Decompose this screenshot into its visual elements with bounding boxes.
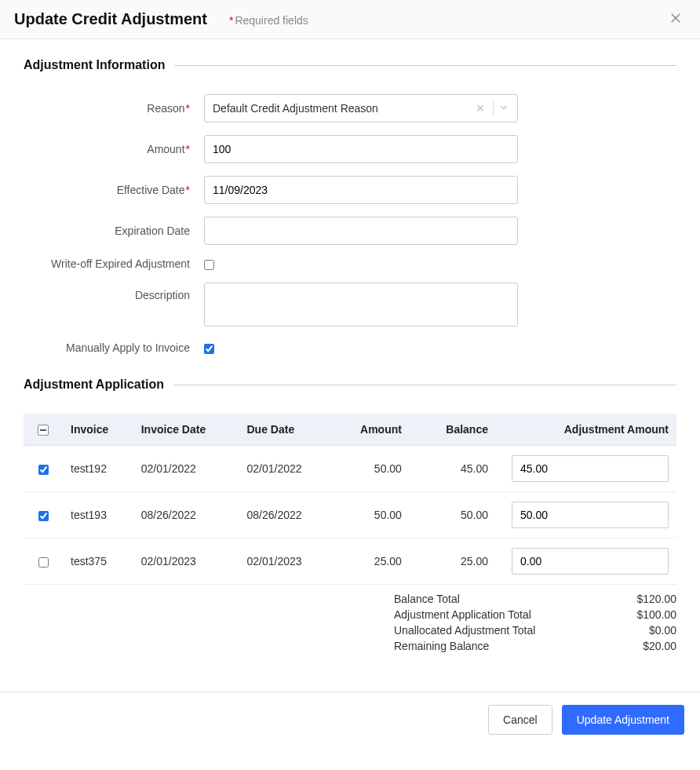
reason-label: Reason* xyxy=(24,102,204,115)
remaining-balance-label: Remaining Balance xyxy=(355,640,590,652)
manual-apply-label: Manually Apply to Invoice xyxy=(24,341,204,354)
amount-cell: 50.00 xyxy=(332,446,417,492)
invoice-cell: test375 xyxy=(63,538,133,585)
effective-date-input[interactable] xyxy=(204,176,518,204)
effective-date-label: Effective Date* xyxy=(24,184,204,196)
due-date-cell: 08/26/2022 xyxy=(239,492,331,538)
section-title-adjustment-info: Adjustment Information xyxy=(24,58,165,72)
adjustment-application-section: Adjustment Application Invoice Invoice D… xyxy=(24,378,676,652)
description-textarea[interactable] xyxy=(204,283,518,327)
row-checkbox[interactable] xyxy=(38,557,49,567)
amount-cell: 50.00 xyxy=(332,492,417,538)
due-date-cell: 02/01/2022 xyxy=(239,446,331,492)
adjustment-application-total-label: Adjustment Application Total xyxy=(355,608,590,621)
adjustment-amount-input[interactable] xyxy=(512,502,669,528)
table-row: test19202/01/202202/01/202250.0045.00 xyxy=(24,446,676,492)
invoice-date-cell: 02/01/2022 xyxy=(133,446,239,492)
modal-header: Update Credit Adjustment *Required field… xyxy=(0,0,700,39)
totals-block: Balance Total $120.00 Adjustment Applica… xyxy=(24,593,676,652)
expiration-date-input[interactable] xyxy=(204,217,518,245)
table-row: test19308/26/202208/26/202250.0050.00 xyxy=(24,492,676,538)
invoice-table: Invoice Invoice Date Due Date Amount Bal… xyxy=(24,414,676,585)
unallocated-total-label: Unallocated Adjustment Total xyxy=(355,624,590,637)
due-date-cell: 02/01/2023 xyxy=(239,538,331,585)
select-all-checkbox[interactable] xyxy=(38,425,49,436)
required-fields-note: *Required fields xyxy=(229,14,308,27)
section-rule xyxy=(173,385,676,385)
balance-cell: 25.00 xyxy=(417,538,504,585)
amount-cell: 25.00 xyxy=(332,538,417,585)
description-label: Description xyxy=(24,283,204,301)
balance-cell: 45.00 xyxy=(417,446,504,492)
modal-title: Update Credit Adjustment xyxy=(14,10,207,28)
adjustment-information-section: Adjustment Information Reason* Default C… xyxy=(24,58,676,354)
invoice-date-cell: 02/01/2023 xyxy=(133,538,239,585)
balance-cell: 50.00 xyxy=(417,492,504,538)
balance-total-label: Balance Total xyxy=(355,593,590,605)
adjustment-amount-input[interactable] xyxy=(512,455,669,482)
writeoff-checkbox[interactable] xyxy=(204,260,214,270)
reason-select[interactable]: Default Credit Adjustment Reason ✕ xyxy=(204,94,518,122)
col-header-amount[interactable]: Amount xyxy=(332,414,417,446)
modal-footer: Cancel Update Adjustment xyxy=(0,692,700,747)
table-row: test37502/01/202302/01/202325.0025.00 xyxy=(24,538,676,585)
invoice-cell: test192 xyxy=(63,446,133,492)
invoice-date-cell: 08/26/2022 xyxy=(133,492,239,538)
manual-apply-checkbox[interactable] xyxy=(204,344,214,354)
writeoff-label: Write-off Expired Adjustment xyxy=(24,257,204,270)
amount-input[interactable] xyxy=(204,135,518,163)
cancel-button[interactable]: Cancel xyxy=(488,705,552,735)
expiration-date-label: Expiration Date xyxy=(24,224,204,237)
section-title-adjustment-app: Adjustment Application xyxy=(24,378,164,392)
close-button[interactable] xyxy=(665,8,686,31)
balance-total-value: $120.00 xyxy=(590,593,676,605)
col-header-balance[interactable]: Balance xyxy=(417,414,504,446)
row-checkbox[interactable] xyxy=(38,511,49,521)
unallocated-total-value: $0.00 xyxy=(590,624,676,637)
remaining-balance-value: $20.00 xyxy=(590,640,676,652)
chevron-down-icon[interactable] xyxy=(498,102,509,115)
adjustment-amount-input[interactable] xyxy=(512,548,669,575)
asterisk-icon: * xyxy=(229,14,233,27)
row-checkbox[interactable] xyxy=(38,465,49,475)
reason-select-value: Default Credit Adjustment Reason xyxy=(213,102,472,115)
col-header-invoice[interactable]: Invoice xyxy=(63,414,133,446)
adjustment-application-total-value: $100.00 xyxy=(590,608,676,621)
clear-icon[interactable]: ✕ xyxy=(472,102,488,115)
section-rule xyxy=(174,65,676,66)
col-header-adjustment-amount[interactable]: Adjustment Amount xyxy=(504,414,676,446)
col-header-due-date[interactable]: Due Date xyxy=(239,414,331,446)
col-header-invoice-date[interactable]: Invoice Date xyxy=(133,414,239,446)
invoice-cell: test193 xyxy=(63,492,133,538)
amount-label: Amount* xyxy=(24,143,204,155)
update-adjustment-button[interactable]: Update Adjustment xyxy=(562,705,684,735)
close-icon xyxy=(669,11,683,25)
select-separator xyxy=(493,101,494,115)
